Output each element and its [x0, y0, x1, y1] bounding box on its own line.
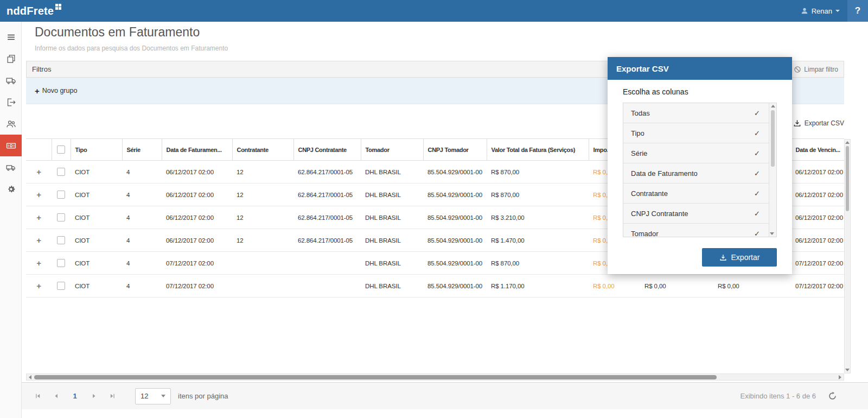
users-icon — [6, 119, 16, 129]
column-header-data_faturamento[interactable]: Data de Faturamen... — [162, 139, 232, 161]
cell-data_faturamento: 06/12/2017 02:00 — [162, 161, 232, 183]
row-expand-button[interactable]: + — [36, 190, 41, 199]
copy-icon — [6, 54, 16, 64]
cell-cnpj_tomador: 85.504.929/0001-00 — [423, 275, 487, 297]
row-checkbox[interactable] — [57, 213, 65, 221]
scrollbar-thumb[interactable] — [771, 110, 775, 167]
check-icon: ✓ — [754, 109, 760, 117]
sidebar-item-documents[interactable] — [0, 48, 22, 69]
column-option[interactable]: Contratante✓ — [623, 183, 769, 204]
row-expand-button[interactable]: + — [36, 213, 41, 222]
row-expand-button[interactable]: + — [36, 167, 41, 176]
row-checkbox[interactable] — [57, 236, 65, 244]
choose-columns-label: Escolha as colunas — [623, 87, 777, 96]
row-checkbox[interactable] — [57, 259, 65, 267]
cell-contratante — [232, 252, 293, 275]
cell-vencimento: 06/12/2017 02:00 — [791, 206, 844, 229]
column-header-tipo[interactable]: Tipo — [71, 139, 122, 161]
column-option[interactable]: Tipo✓ — [623, 123, 769, 143]
column-header-contratante[interactable]: Contratante — [232, 139, 293, 161]
scroll-up-arrow[interactable] — [845, 141, 850, 144]
scroll-left-arrow[interactable] — [29, 375, 31, 379]
check-icon: ✓ — [754, 210, 760, 218]
column-header-serie[interactable]: Série — [122, 139, 162, 161]
cell-serie: 4 — [122, 183, 162, 206]
select-all-checkbox[interactable] — [57, 145, 65, 154]
horizontal-scrollbar[interactable] — [26, 373, 844, 381]
sidebar-item-freight[interactable] — [0, 69, 22, 91]
column-header-vencimento[interactable]: Data de Vencin... — [791, 139, 844, 161]
truck-icon — [6, 75, 16, 86]
column-header-cnpj_contratante[interactable]: CNPJ Contratante — [293, 139, 361, 161]
column-header-cnpj_tomador[interactable]: CNPJ Tomador — [423, 139, 487, 161]
column-option-label: Tipo — [631, 129, 644, 137]
cell-tomador: DHL BRASIL — [361, 229, 423, 252]
help-button[interactable]: ? — [847, 0, 868, 22]
items-per-page-label: itens por página — [178, 392, 228, 400]
column-option-label: Tomador — [631, 230, 659, 238]
cell-tipo: CIOT — [71, 161, 122, 183]
sidebar-menu-toggle[interactable] — [0, 26, 22, 48]
vertical-scrollbar[interactable] — [844, 139, 851, 373]
check-icon: ✓ — [754, 169, 760, 178]
page-size-select[interactable]: 12 — [135, 388, 171, 404]
sidebar-item-users[interactable] — [0, 113, 22, 135]
row-expand-button[interactable]: + — [36, 236, 41, 245]
cell-col_a: R$ 0,00 — [640, 275, 713, 297]
sidebar-item-export[interactable] — [0, 91, 22, 113]
check-icon: ✓ — [754, 129, 760, 137]
row-checkbox[interactable] — [57, 191, 65, 199]
column-option[interactable]: Tomador✓ — [623, 224, 769, 237]
cell-cnpj_contratante: 62.864.217/0001-05 — [293, 229, 361, 252]
sidebar-item-billing[interactable] — [0, 135, 22, 156]
column-header-tomador[interactable]: Tomador — [361, 139, 423, 161]
cell-tomador: DHL BRASIL — [361, 206, 423, 229]
column-header-valor_total[interactable]: Valor Total da Fatura (Serviços) — [487, 139, 589, 161]
cell-check — [52, 275, 71, 297]
sidebar-item-fleet[interactable] — [0, 156, 22, 178]
cell-vencimento: 06/12/2017 02:00 — [791, 229, 844, 252]
cell-impostos: R$ 0,00 — [589, 275, 640, 297]
user-menu[interactable]: Renan — [793, 0, 847, 22]
cell-contratante: 12 — [232, 183, 293, 206]
column-option[interactable]: CNPJ Contratante✓ — [623, 204, 769, 224]
cell-tomador: DHL BRASIL — [361, 275, 423, 297]
previous-page-button[interactable] — [48, 389, 63, 403]
export-csv-link[interactable]: Exportar CSV — [793, 119, 844, 127]
column-option[interactable]: Data de Faturamento✓ — [623, 163, 769, 183]
cell-expand: + — [26, 229, 52, 252]
last-page-button[interactable] — [105, 389, 120, 403]
cell-contratante — [232, 275, 293, 297]
cell-valor_total: R$ 1.470,00 — [487, 229, 589, 252]
scrollbar-thumb[interactable] — [846, 146, 849, 211]
delivery-truck-icon — [6, 162, 16, 173]
scroll-down-arrow[interactable] — [845, 369, 850, 371]
scroll-down-arrow[interactable] — [770, 232, 774, 235]
new-group-button[interactable]: + Novo grupo — [35, 86, 77, 96]
scrollbar-thumb[interactable] — [34, 375, 717, 379]
cell-valor_total: R$ 870,00 — [487, 252, 589, 275]
clear-filter-button[interactable]: Limpar filtro — [794, 66, 838, 73]
current-page[interactable]: 1 — [67, 392, 83, 400]
export-button[interactable]: Exportar — [702, 248, 777, 267]
cell-serie: 4 — [122, 275, 162, 297]
cell-valor_total: R$ 1.170,00 — [487, 275, 589, 297]
cell-contratante: 12 — [232, 229, 293, 252]
refresh-button[interactable] — [828, 391, 837, 401]
sidebar-item-settings[interactable] — [0, 178, 22, 200]
row-expand-button[interactable]: + — [36, 281, 41, 290]
list-scrollbar[interactable] — [769, 103, 776, 237]
cell-tipo: CIOT — [71, 183, 122, 206]
first-page-button[interactable] — [30, 389, 45, 403]
cell-tipo: CIOT — [71, 229, 122, 252]
row-checkbox[interactable] — [57, 282, 65, 290]
next-page-button[interactable] — [86, 389, 101, 403]
scroll-right-arrow[interactable] — [839, 375, 841, 379]
column-option[interactable]: Todas✓ — [623, 103, 769, 123]
scroll-up-arrow[interactable] — [771, 105, 775, 107]
row-checkbox[interactable] — [57, 168, 65, 176]
column-option[interactable]: Série✓ — [623, 143, 769, 163]
cell-check — [52, 229, 71, 252]
row-expand-button[interactable]: + — [36, 258, 41, 268]
page-title: Documentos em Faturamento — [35, 25, 200, 40]
